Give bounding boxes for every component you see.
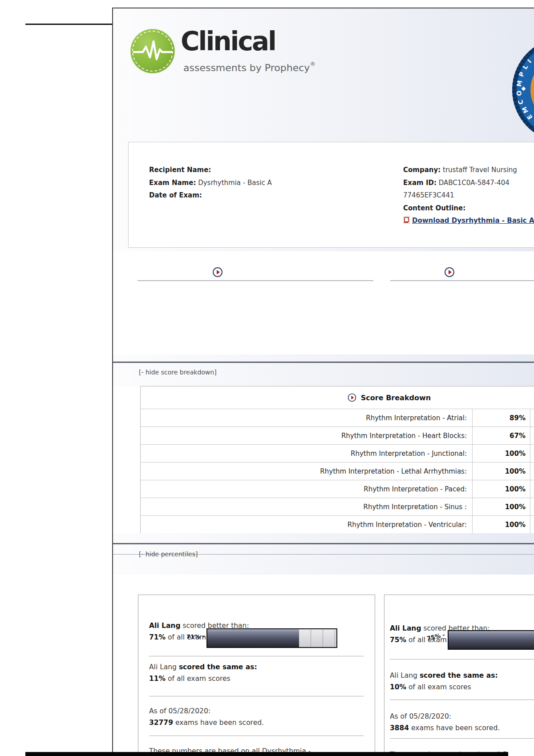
logo-dashed-ring: [132, 31, 173, 72]
recipient-name-row: Recipient Name:: [149, 164, 291, 177]
same-as-line: Ali Lang scored the same as:: [149, 663, 257, 671]
info-right-column: Company: trustaff Travel Nursing Exam ID…: [403, 164, 534, 227]
brand-subtitle: assessments by Prophecy®: [183, 60, 316, 73]
frame-top-line: [25, 24, 112, 25]
compliance-seal: COMPLI ON EM: [510, 36, 534, 152]
same-pct-line: 11% of all exam scores: [149, 675, 231, 683]
registered-mark: ®: [310, 60, 316, 67]
percentile-bar-fill: [207, 629, 299, 647]
score-breakdown-table: Score Breakdown Rhythm Interpretation - …: [140, 386, 534, 534]
section-divider-rule: [113, 362, 534, 363]
play-media-icon-right[interactable]: [445, 267, 454, 277]
pdf-icon: [403, 216, 410, 224]
exam-date-row: Date of Exam:: [149, 189, 291, 202]
as-of-line: As of 05/28/2020:: [390, 712, 451, 720]
company-row: Company: trustaff Travel Nursing: [403, 164, 534, 177]
hide-score-breakdown-toggle[interactable]: [- hide score breakdown]: [139, 369, 217, 376]
exam-name-row: Exam Name: Dysrhythmia - Basic A: [149, 177, 291, 189]
same-as-line: Ali Lang scored the same as:: [390, 672, 498, 680]
exam-id-row2: 77465EF3C441: [403, 189, 534, 202]
brand-title: Clinical: [181, 26, 275, 56]
frame-bottom-bar: [25, 752, 508, 756]
table-row: Rhythm Interpretation - Lethal Arrhythmi…: [141, 462, 534, 480]
table-row: Rhythm Interpretation - Heart Blocks:67%: [141, 427, 534, 445]
table-row: Rhythm Interpretation - Ventricular:100%: [141, 516, 534, 533]
score-breakdown-play-icon[interactable]: [348, 394, 356, 402]
play-media-icon-left[interactable]: [213, 267, 222, 277]
bar-label: 71% -: [186, 633, 205, 640]
percentile-bar: [206, 628, 337, 648]
chart-baseline-right: [390, 280, 534, 281]
prophecy-logo-icon: [130, 29, 175, 73]
download-row: Download Dysrhythmia - Basic A: [403, 214, 534, 227]
percentile-bar-fill: [449, 631, 534, 649]
charts-section: [113, 251, 534, 354]
report-page: Clinical assessments by Prophecy® COMPLI…: [112, 8, 534, 756]
percentile-box-right: Ali Lang scored better than: 75% of all …: [384, 595, 534, 756]
table-row: Rhythm Interpretation - Atrial:89%: [141, 409, 534, 427]
section-divider-rule2: [113, 543, 534, 544]
exam-id-row: Exam ID: DABC1C0A-5847-404: [403, 177, 534, 189]
download-content-outline-link[interactable]: Download Dysrhythmia - Basic A: [412, 217, 534, 225]
table-row: Rhythm Interpretation - Paced:100%: [141, 480, 534, 498]
score-breakdown-header: Score Breakdown: [141, 386, 534, 409]
score-breakdown-title: Score Breakdown: [361, 394, 431, 402]
info-left-column: Recipient Name: Exam Name: Dysrhythmia -…: [149, 164, 291, 202]
report-canvas: { "brand": { "title": "Clinical", "subti…: [0, 0, 534, 756]
table-row: Rhythm Interpretation - Junctional:100%: [141, 445, 534, 462]
percentile-bar-rest: [299, 629, 336, 647]
count-line: 3884 exams have been scored.: [390, 724, 500, 732]
count-line: 32779 exams have been scored.: [149, 719, 264, 727]
same-pct-line: 10% of all exam scores: [390, 683, 471, 691]
chart-baseline-left: [138, 280, 373, 281]
as-of-line: As of 05/28/2020:: [149, 707, 210, 715]
percentile-box-left: Ali Lang scored better than: 71% of all …: [138, 595, 375, 756]
percentile-bar: [448, 630, 534, 650]
exam-info-box: Recipient Name: Exam Name: Dysrhythmia -…: [128, 142, 534, 248]
content-outline-row: Content Outline:: [403, 202, 534, 215]
table-row: Rhythm Interpretation - Sinus :100%: [141, 498, 534, 516]
hide-percentiles-toggle[interactable]: [- hide percentiles]: [139, 551, 198, 558]
